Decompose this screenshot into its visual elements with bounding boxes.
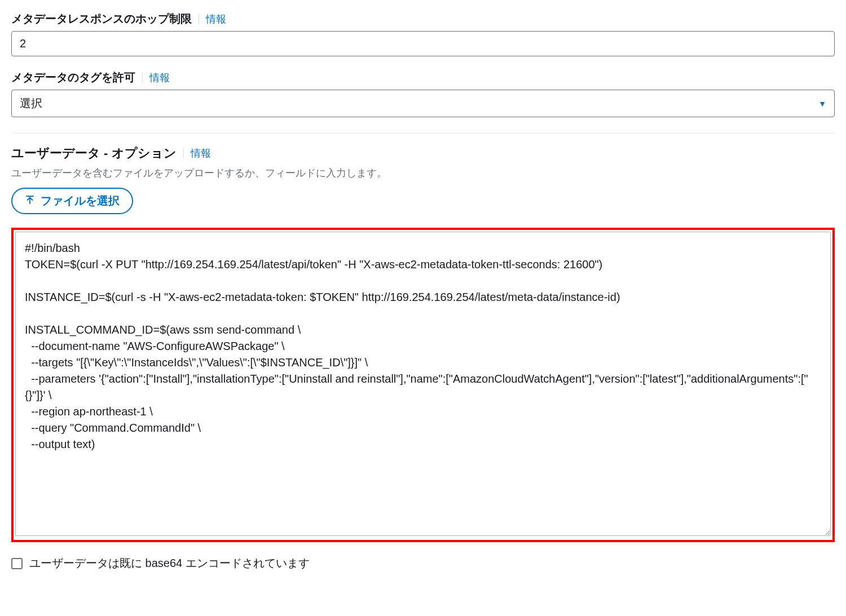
divider [142,73,143,83]
tag-allow-label: メタデータのタグを許可 [11,70,135,85]
hop-limit-label-row: メタデータレスポンスのホップ制限 情報 [11,11,835,26]
tag-allow-select-wrapper: 選択 ▼ [11,90,835,117]
user-data-description: ユーザーデータを含むファイルをアップロードするか、フィールドに入力します。 [11,166,835,180]
tag-allow-selected: 選択 [20,96,42,111]
tag-allow-label-row: メタデータのタグを許可 情報 [11,70,835,85]
user-data-textarea[interactable] [15,232,831,536]
hop-limit-label: メタデータレスポンスのホップ制限 [11,11,192,26]
choose-file-button[interactable]: ファイルを選択 [11,188,133,214]
base64-checkbox[interactable] [11,558,23,569]
divider [183,148,184,158]
hop-limit-info-link[interactable]: 情報 [206,12,226,26]
base64-checkbox-label: ユーザーデータは既に base64 エンコードされています [29,556,310,571]
hop-limit-input[interactable] [11,31,835,56]
user-data-highlight-box [11,228,835,542]
tag-allow-group: メタデータのタグを許可 情報 選択 ▼ [11,70,835,117]
tag-allow-info-link[interactable]: 情報 [149,71,170,85]
upload-icon [25,195,35,207]
user-data-section: ユーザーデータ - オプション 情報 ユーザーデータを含むファイルをアップロード… [11,145,835,571]
user-data-info-link[interactable]: 情報 [191,147,211,160]
user-data-title-row: ユーザーデータ - オプション 情報 [11,145,835,162]
hop-limit-group: メタデータレスポンスのホップ制限 情報 [11,11,835,56]
chevron-down-icon: ▼ [818,99,826,108]
section-divider [11,133,835,134]
user-data-title: ユーザーデータ - オプション [11,145,177,162]
divider [199,14,199,24]
tag-allow-select[interactable]: 選択 ▼ [11,90,835,117]
base64-checkbox-row: ユーザーデータは既に base64 エンコードされています [11,556,835,571]
choose-file-label: ファイルを選択 [41,193,120,209]
